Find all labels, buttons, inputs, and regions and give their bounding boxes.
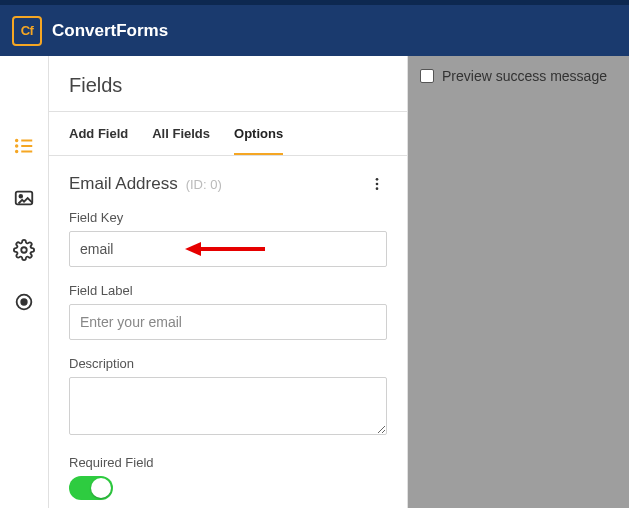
svg-point-3 [16,140,17,141]
kebab-icon [369,176,385,192]
description-group: Description [69,356,387,439]
tab-options[interactable]: Options [234,112,283,155]
svg-point-10 [21,299,27,305]
required-group: Required Field [69,455,387,500]
svg-point-12 [376,183,379,186]
field-name: Email Address [69,174,178,194]
toggle-knob [91,478,111,498]
preview-success-checkbox[interactable] [420,69,434,83]
sidenav [0,56,48,508]
svg-point-5 [16,151,17,152]
sidenav-submission[interactable] [12,290,36,314]
required-label: Required Field [69,455,387,470]
required-toggle[interactable] [69,476,113,500]
field-key-input[interactable] [69,231,387,267]
panel-title: Fields [69,74,387,97]
tab-add-field[interactable]: Add Field [69,112,128,155]
target-icon [13,291,35,313]
gear-icon [13,239,35,261]
sidenav-settings[interactable] [12,238,36,262]
panel-header: Fields [49,56,407,112]
sidenav-fields[interactable] [12,134,36,158]
preview-success-row[interactable]: Preview success message [420,68,607,84]
preview-success-label: Preview success message [442,68,607,84]
tabs: Add Field All Fields Options [49,112,407,156]
app-logo: Cf ConvertForms [12,16,168,46]
topbar: Cf ConvertForms [0,0,629,56]
svg-point-13 [376,187,379,190]
field-label-input[interactable] [69,304,387,340]
image-icon [13,187,35,209]
description-label: Description [69,356,387,371]
fields-panel: Fields Add Field All Fields Options Emai… [48,56,408,508]
logo-text: ConvertForms [52,21,168,41]
svg-point-11 [376,178,379,181]
field-menu-button[interactable] [367,174,387,194]
field-key-group: Field Key [69,210,387,267]
field-label-label: Field Label [69,283,387,298]
svg-point-8 [21,247,27,253]
svg-point-4 [16,145,17,146]
description-input[interactable] [69,377,387,435]
logo-badge: Cf [12,16,42,46]
list-icon [13,135,35,157]
field-options-body: Email Address (ID: 0) Field Key Field La… [49,156,407,508]
form-canvas: Preview success message [408,56,629,508]
sidenav-design[interactable] [12,186,36,210]
field-id: (ID: 0) [186,177,222,192]
svg-point-7 [19,195,22,198]
field-label-group: Field Label [69,283,387,340]
tab-all-fields[interactable]: All Fields [152,112,210,155]
field-heading: Email Address (ID: 0) [69,174,387,194]
field-key-label: Field Key [69,210,387,225]
